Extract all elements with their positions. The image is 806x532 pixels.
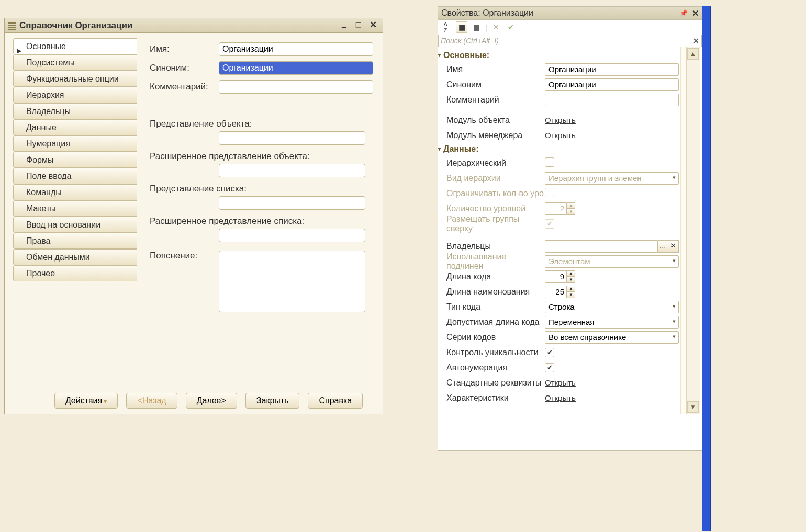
catalog-editor-window: Справочник Организации Основные Подсисте… [4, 18, 383, 414]
app-right-splitter[interactable] [702, 6, 710, 531]
panel-toolbar: A↓Z ▦ ▤ | ✕ ✔ [438, 20, 702, 35]
p-code-len-label: Длина кода [446, 272, 545, 281]
search-placeholder: Поиск (Ctrl+Alt+I) [441, 37, 499, 45]
nav-input-on-basis[interactable]: Ввод на основании [13, 217, 137, 233]
list-repr-input[interactable] [219, 196, 365, 210]
p-autonum-check[interactable]: ✔ [545, 363, 554, 372]
p-code-type-select[interactable] [545, 301, 679, 313]
nav-data[interactable]: Данные [13, 119, 137, 135]
search-clear-icon[interactable]: ✕ [693, 37, 699, 45]
actions-button[interactable]: Действия [54, 393, 118, 409]
nav-owners[interactable]: Владельцы [13, 103, 137, 119]
p-code-len-spin[interactable]: ▲▼ [545, 270, 679, 283]
categorized-icon[interactable]: ▦ [456, 21, 467, 33]
p-synonym-label: Синоним [446, 80, 545, 89]
section-data[interactable]: Данные: [438, 143, 702, 155]
maximize-button[interactable] [352, 20, 365, 31]
nav-subsystems[interactable]: Подсистемы [13, 54, 137, 71]
p-subord-select [545, 255, 679, 268]
ext-obj-repr-label: Расширенное представление объекта: [150, 151, 373, 162]
ext-list-repr-input[interactable] [219, 229, 365, 242]
p-mgr-module-label: Модуль менеджера [446, 131, 545, 140]
p-name-len-label: Длина наименования [446, 287, 545, 297]
panel-close-button[interactable]: ✕ [692, 8, 699, 18]
p-groups-top-label: Размещать группы сверху [446, 214, 545, 233]
p-code-series-select[interactable] [545, 331, 679, 344]
nav-other[interactable]: Прочее [13, 265, 137, 281]
nav-forms[interactable]: Формы [13, 152, 137, 168]
section-main[interactable]: Основные: [438, 49, 702, 62]
p-hier-check[interactable] [545, 157, 554, 167]
p-hier-type-label: Вид иерархии [446, 174, 545, 183]
p-levels-spin: ▲▼ [545, 202, 679, 215]
ext-obj-repr-input[interactable] [219, 164, 365, 177]
nav-rights[interactable]: Права [13, 233, 137, 249]
help-button[interactable]: Справка [308, 393, 363, 409]
window-close-button[interactable] [367, 20, 379, 31]
catalog-icon [8, 21, 16, 30]
scroll-rail-inner[interactable] [680, 47, 686, 414]
close-button[interactable]: Закрыть [245, 393, 300, 409]
obj-repr-input[interactable] [219, 131, 365, 145]
property-pages-icon[interactable]: ▤ [471, 21, 482, 33]
nav-func-options[interactable]: Функциональные опции [13, 71, 137, 87]
p-owners-clear-button[interactable]: ✕ [668, 240, 679, 253]
p-name-label: Имя [446, 65, 545, 74]
back-button[interactable]: <Назад [126, 393, 177, 409]
p-name-input[interactable] [545, 63, 679, 76]
p-obj-module-open[interactable]: Открыть [545, 116, 576, 124]
next-button[interactable]: Далее> [186, 393, 237, 409]
window-title: Справочник Организации [19, 20, 132, 31]
window-titlebar[interactable]: Справочник Организации [5, 18, 383, 33]
p-synonym-input[interactable] [545, 78, 679, 91]
p-autonum-label: Автонумерация [446, 363, 545, 372]
comment-input[interactable] [219, 80, 373, 94]
p-subord-label: Использование подчинен [446, 252, 545, 271]
nav-hierarchy[interactable]: Иерархия [13, 87, 137, 103]
scroll-rail-outer[interactable] [686, 47, 700, 414]
apply-icon[interactable]: ✔ [505, 21, 517, 33]
p-std-attr-open[interactable]: Открыть [545, 378, 576, 387]
nav-input-field[interactable]: Поле ввода [13, 168, 137, 184]
list-repr-label: Представление списка: [150, 184, 373, 194]
nav-commands[interactable]: Команды [13, 184, 137, 200]
p-owners-input[interactable] [545, 240, 658, 253]
p-owners-select-button[interactable]: … [658, 240, 668, 253]
app-right-edge [710, 6, 711, 531]
explain-label: Пояснение: [150, 251, 219, 312]
delete-icon[interactable]: ✕ [490, 21, 502, 33]
scroll-down-arrow[interactable]: ▼ [687, 401, 699, 413]
nav-main[interactable]: Основные [13, 38, 137, 54]
p-groups-top-check: ✔ [545, 219, 554, 229]
p-allowed-len-select[interactable] [545, 316, 679, 329]
p-std-attr-label: Стандартные реквизиты [446, 378, 545, 388]
p-unique-check[interactable]: ✔ [545, 348, 554, 357]
p-name-len-spin[interactable]: ▲▼ [545, 286, 679, 298]
comment-label: Комментарий: [150, 82, 219, 92]
p-allowed-len-label: Допустимая длина кода [446, 318, 545, 327]
synonym-label: Синоним: [150, 63, 219, 73]
p-hier-label: Иерархический [446, 159, 545, 168]
p-levels-label: Количество уровней [446, 204, 545, 213]
p-hier-type-select [545, 172, 679, 185]
p-comment-input[interactable] [545, 94, 679, 106]
synonym-input[interactable] [219, 61, 373, 75]
name-label: Имя: [150, 44, 219, 54]
p-char-label: Характеристики [446, 393, 545, 403]
nav-exchange[interactable]: Обмен данными [13, 249, 137, 265]
minimize-button[interactable] [338, 20, 350, 31]
name-input[interactable] [219, 42, 373, 56]
window-footer: Действия <Назад Далее> Закрыть Справка [5, 388, 383, 414]
p-char-open[interactable]: Открыть [545, 393, 576, 402]
sort-az-icon[interactable]: A↓Z [441, 21, 453, 33]
properties-panel: Свойства: Организации 📌 ✕ A↓Z ▦ ▤ | ✕ ✔ … [438, 6, 702, 451]
pin-icon[interactable]: 📌 [680, 9, 688, 17]
nav-templates[interactable]: Макеты [13, 200, 137, 217]
nav-numbering[interactable]: Нумерация [13, 135, 137, 152]
p-mgr-module-open[interactable]: Открыть [545, 131, 576, 140]
p-code-series-label: Серии кодов [446, 333, 545, 342]
p-unique-label: Контроль уникальности [446, 348, 545, 357]
explain-textarea[interactable] [219, 251, 365, 312]
panel-titlebar[interactable]: Свойства: Организации 📌 ✕ [438, 7, 702, 20]
panel-search[interactable]: Поиск (Ctrl+Alt+I) ✕ [438, 35, 702, 47]
